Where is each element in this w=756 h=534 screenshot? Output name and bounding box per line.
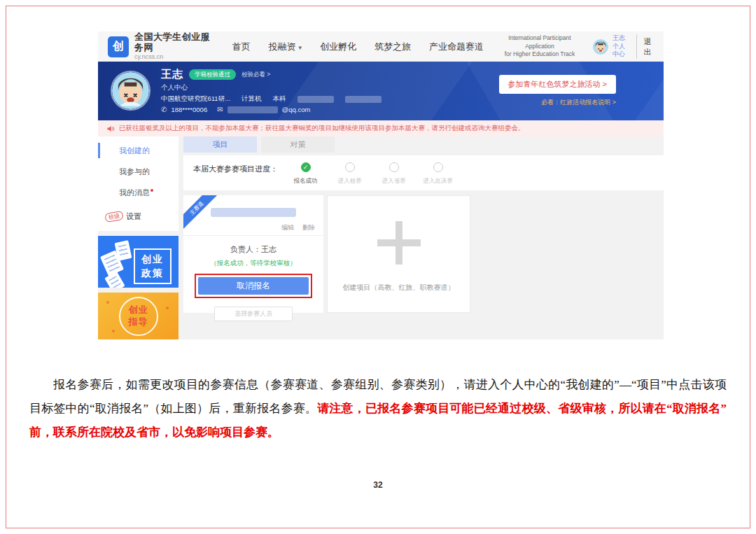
user-email-suffix: @qq.com	[282, 106, 311, 113]
document-page: 创 全国大学生创业服务网 cy.ncss.cn 首页 投融资 ▾ 创业孵化 筑梦…	[0, 0, 756, 534]
sidebar-item-settings[interactable]: 校级 设置	[98, 207, 178, 225]
promo-banner-guide[interactable]: 创业 指导	[98, 293, 178, 339]
menu-item-dream-journey[interactable]: 筑梦之旅	[374, 41, 411, 53]
annotation-highlight-frame: 取消报名	[195, 274, 312, 298]
track-ribbon: 主赛道	[183, 195, 221, 233]
nav-user-links[interactable]: 王志 个人中心	[612, 34, 637, 59]
profile-avatar[interactable]	[111, 71, 150, 111]
avatar-icon	[593, 39, 608, 55]
logout-link[interactable]: 退出	[644, 36, 654, 57]
chevron-down-icon: ▾	[298, 44, 302, 51]
nav-user-center: 个人中心	[612, 43, 629, 59]
page-number: 32	[0, 480, 756, 490]
nav-user-area: 王志 个人中心 退出	[593, 34, 654, 59]
promo-policy-label: 创业 政策	[134, 248, 172, 284]
select-members-button[interactable]: 选择参赛人员	[214, 307, 293, 321]
brand-block[interactable]: 全国大学生创业服务网 cy.ncss.cn	[134, 32, 211, 60]
check-circle-icon: ✓	[301, 162, 311, 172]
sidebar: 我创建的 我参与的 我的消息 校级 设置 创业 政策	[98, 136, 178, 339]
dot-decoration	[106, 301, 109, 304]
redacted-text	[345, 96, 382, 103]
nav-user-name: 王志	[612, 34, 629, 43]
empty-circle-icon	[433, 162, 443, 172]
content-area: 项目 对策 本届大赛参赛项目进度： ✓ 报名成功 进入校赛	[183, 136, 664, 339]
progress-step-province: 进入省赛	[372, 162, 416, 185]
dot-decoration	[112, 330, 115, 332]
project-status: （报名成功，等待学校审核）	[183, 259, 323, 268]
redacted-text	[298, 96, 334, 103]
user-banner: 王志 学籍校验通过 校验必看 > 个人中心 中国航空研究院611研... 计算机…	[98, 62, 664, 120]
user-avatar[interactable]	[593, 39, 608, 55]
brand-domain: cy.ncss.cn	[134, 53, 211, 60]
verification-badge: 学籍校验通过	[189, 69, 236, 80]
unread-dot	[150, 189, 153, 192]
progress-step-school: 进入校赛	[328, 162, 372, 185]
menu-item-home[interactable]: 首页	[232, 41, 251, 53]
project-cards: 主赛道 编辑 删除 负责人：王志 （报名成功，等待学校审核） 取消报名 选择参赛…	[183, 195, 664, 313]
promo-banner-policy[interactable]: 创业 政策	[98, 236, 178, 288]
sidebar-item-my-messages[interactable]: 我的消息	[98, 182, 178, 203]
notice-text: 已获往届银奖及以上的项目，不能参加本届大赛；获往届大赛铜奖的项目如继续使用该项目…	[119, 124, 525, 133]
sidebar-menu: 我创建的 我参与的 我的消息 校级 设置	[98, 136, 178, 231]
avatar-icon	[112, 72, 149, 109]
instruction-paragraph: 报名参赛后，如需更改项目的参赛信息（参赛赛道、参赛组别、参赛类别），请进入个人中…	[29, 373, 727, 444]
document-icon	[115, 240, 132, 261]
project-card: 主赛道 编辑 删除 负责人：王志 （报名成功，等待学校审核） 取消报名 选择参赛…	[183, 195, 323, 313]
embedded-screenshot: 创 全国大学生创业服务网 cy.ncss.cn 首页 投融资 ▾ 创业孵化 筑梦…	[98, 31, 664, 339]
empty-circle-icon	[389, 162, 399, 172]
phone-icon: ✆	[161, 106, 167, 113]
edit-link[interactable]: 编辑	[281, 223, 294, 232]
user-phone: 188****0006	[171, 106, 207, 113]
speaker-icon	[106, 125, 115, 133]
shot-body: 我创建的 我参与的 我的消息 校级 设置 创业 政策	[98, 136, 664, 339]
brand-name: 全国大学生创业服务网	[134, 32, 211, 53]
verification-link[interactable]: 校验必看 >	[241, 71, 270, 79]
menu-item-incubation[interactable]: 创业孵化	[320, 41, 356, 53]
banner-user-info: 王志 学籍校验通过 校验必看 > 个人中心 中国航空研究院611研... 计算机…	[161, 68, 382, 113]
user-organization: 中国航空研究院611研...	[161, 94, 230, 104]
cancel-registration-button[interactable]: 取消报名	[198, 277, 309, 295]
progress-step-finals: 进入总决赛	[416, 162, 460, 185]
sidebar-item-my-joined[interactable]: 我参与的	[98, 161, 178, 182]
mail-icon: ✉	[217, 106, 223, 113]
divider	[183, 235, 323, 236]
create-project-label: 创建项目（高教、红旅、职教赛道）	[343, 283, 455, 293]
tabs: 项目 对策	[183, 136, 664, 153]
create-project-card[interactable]: 创建项目（高教、红旅、职教赛道）	[327, 195, 470, 313]
progress-label: 本届大赛参赛项目进度：	[193, 162, 278, 185]
top-navbar: 创 全国大学生创业服务网 cy.ncss.cn 首页 投融资 ▾ 创业孵化 筑梦…	[98, 31, 664, 62]
promo-guide-label: 创业 指导	[119, 297, 158, 336]
international-track-link[interactable]: International Participant Application fo…	[502, 34, 578, 58]
user-degree: 本科	[273, 94, 286, 104]
progress-tracker: 本届大赛参赛项目进度： ✓ 报名成功 进入校赛 进入省赛	[183, 155, 664, 190]
tab-project[interactable]: 项目	[183, 136, 257, 153]
red-journey-note-link[interactable]: 必看：红旅活动报名说明 >	[541, 98, 616, 107]
tab-secondary[interactable]: 对策	[261, 136, 335, 153]
sidebar-item-my-created[interactable]: 我创建的	[98, 140, 178, 161]
empty-circle-icon	[345, 162, 355, 172]
user-name: 王志	[161, 68, 183, 81]
main-menu: 首页 投融资 ▾ 创业孵化 筑梦之旅 产业命题赛道	[232, 41, 484, 53]
banner-decoration	[624, 62, 664, 120]
notice-bar: 已获往届银奖及以上的项目，不能参加本届大赛；获往届大赛铜奖的项目如继续使用该项目…	[98, 120, 664, 136]
site-logo[interactable]: 创	[108, 36, 129, 57]
redacted-project-title	[211, 208, 296, 217]
menu-item-industry-track[interactable]: 产业命题赛道	[429, 41, 484, 53]
menu-item-investment[interactable]: 投融资 ▾	[269, 41, 302, 53]
user-major: 计算机	[241, 94, 262, 104]
redacted-email	[227, 106, 278, 113]
dot-decoration	[166, 307, 169, 309]
red-journey-cta-button[interactable]: 参加青年红色筑梦之旅活动 >	[499, 75, 616, 94]
progress-step-registered: ✓ 报名成功	[284, 162, 328, 185]
personal-center-label: 个人中心	[161, 83, 382, 92]
project-leader: 负责人：王志	[183, 244, 323, 255]
plus-icon	[377, 221, 421, 265]
delete-link[interactable]: 删除	[302, 223, 315, 232]
school-level-badge: 校级	[104, 210, 124, 222]
